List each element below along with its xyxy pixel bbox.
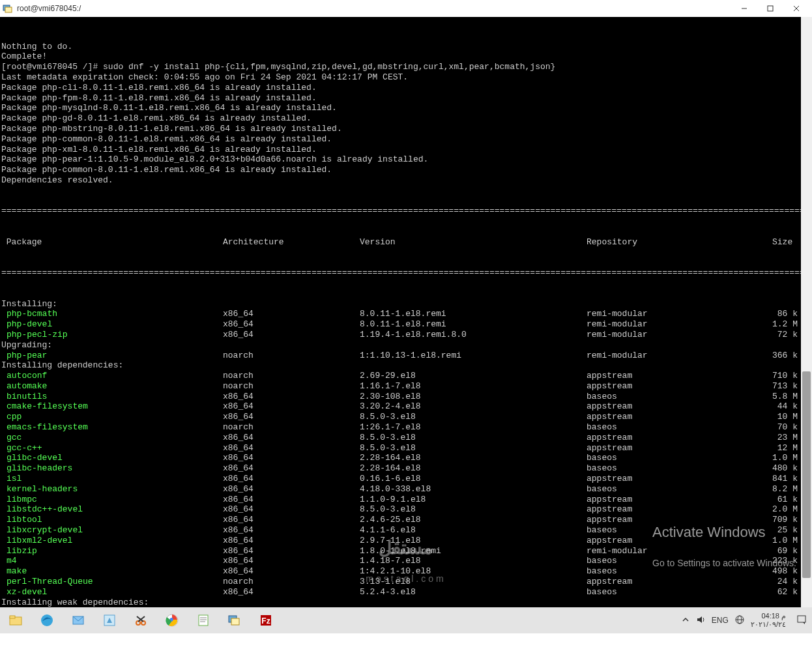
svg-rect-19 [199, 615, 208, 626]
pkg-arch: noarch [223, 577, 360, 587]
pkg-repo: appstream [587, 443, 759, 454]
pkg-name: xz-devel [1, 587, 223, 598]
pkg-version: 2.69-29.el8 [360, 371, 587, 381]
terminal-line: Package php-xml-8.0.11-1.el8.remi.x86_64… [1, 145, 812, 155]
pkg-name: perl-Thread-Queue [1, 577, 223, 587]
pkg-repo: appstream [587, 433, 759, 443]
svg-rect-1 [5, 7, 12, 12]
language-indicator[interactable]: ENG [712, 616, 729, 625]
pkg-version: 1.19.4-1.el8.remi.8.0 [360, 330, 587, 340]
pkg-repo: baseos [587, 463, 759, 474]
svg-rect-7 [10, 616, 15, 618]
scrollbar-thumb[interactable] [802, 371, 811, 578]
pkg-name: m4 [1, 556, 223, 566]
pkg-arch: x86_64 [223, 309, 360, 319]
maximize-button[interactable] [757, 0, 783, 17]
pkg-version: 2.28-164.el8 [360, 453, 587, 463]
window-titlebar: root@vmi678045:/ [0, 0, 812, 17]
terminal-line: Package php-cli-8.0.11-1.el8.remi.x86_64… [1, 83, 812, 93]
pkg-version: 1.16.1-7.el8 [360, 381, 587, 392]
pkg-version: 8.5.0-3.el8 [360, 504, 587, 515]
pkg-name: libtool [1, 515, 223, 525]
speaker-icon[interactable] [696, 615, 705, 626]
pkg-version: 4.18.0-338.el8 [360, 484, 587, 495]
file-explorer-icon[interactable] [0, 607, 31, 633]
pkg-arch: x86_64 [223, 525, 360, 536]
table-row: automakenoarch1.16.1-7.el8appstream713 k [1, 381, 812, 392]
svg-rect-3 [768, 6, 773, 11]
clock-time: 04:18 م [751, 612, 786, 620]
pkg-version: 8.5.0-3.el8 [360, 433, 587, 443]
snipping-icon[interactable] [125, 607, 156, 633]
section-label: Installing dependencies: [1, 360, 812, 371]
table-row: libmpcx86_641.1.0-9.1.el8appstream61 k [1, 495, 812, 505]
svg-text:Fz: Fz [261, 616, 270, 626]
minimize-button[interactable] [731, 0, 757, 17]
col-version: Version [360, 237, 587, 248]
pkg-version: 8.0.11-1.el8.remi [360, 309, 587, 319]
pkg-arch: noarch [223, 381, 360, 392]
pkg-repo: remi-modular [587, 330, 759, 340]
pkg-repo: baseos [587, 453, 759, 463]
mail-icon[interactable] [63, 607, 94, 633]
pkg-repo: remi-modular [587, 309, 759, 319]
pkg-name: isl [1, 474, 223, 484]
terminal-line: Package php-pear-1:1.10.5-9.module_el8.2… [1, 154, 812, 165]
table-row: php-bcmathx86_648.0.11-1.el8.remiremi-mo… [1, 309, 812, 319]
pkg-arch: noarch [223, 371, 360, 381]
notepad-icon[interactable] [188, 607, 219, 633]
pkg-version: 1:26.1-7.el8 [360, 422, 587, 433]
pkg-arch: x86_64 [223, 587, 360, 598]
edge-icon[interactable] [31, 607, 63, 633]
pkg-name: php-pear [1, 351, 223, 361]
terminal-line: Package php-gd-8.0.11-1.el8.remi.x86_64 … [1, 113, 812, 124]
section-label: Installing: [1, 299, 812, 310]
pkg-arch: x86_64 [223, 536, 360, 546]
col-repo: Repository [587, 237, 759, 248]
table-row: kernel-headersx86_644.18.0-338.el8baseos… [1, 484, 812, 495]
pkg-arch: x86_64 [223, 401, 360, 412]
pkg-name: php-devel [1, 319, 223, 330]
table-row: glibc-headersx86_642.28-164.el8baseos480… [1, 463, 812, 474]
separator-line: ========================================… [1, 268, 812, 278]
close-button[interactable] [783, 0, 809, 17]
pkg-arch: x86_64 [223, 392, 360, 402]
windows-taskbar: Fz ENG 04:18 م ٢٠٢١/٠٩/٢٤ [0, 607, 812, 633]
activate-heading: Activate Windows [652, 527, 796, 538]
terminal-pane[interactable]: Nothing to do.Complete![root@vmi678045 /… [0, 17, 812, 607]
svg-rect-24 [231, 618, 239, 625]
table-header: Package Architecture Version Repository … [1, 237, 812, 248]
network-icon[interactable] [735, 615, 744, 626]
terminal-scrollbar[interactable] [801, 17, 812, 607]
terminal-line: Package php-fpm-8.0.11-1.el8.remi.x86_64… [1, 93, 812, 104]
pkg-arch: x86_64 [223, 433, 360, 443]
table-row: glibc-develx86_642.28-164.el8baseos1.0 M [1, 453, 812, 463]
table-row: php-pearnoarch1:1.10.13-1.el8.remiremi-m… [1, 351, 812, 361]
pkg-name: php-pecl-zip [1, 330, 223, 340]
notification-icon[interactable] [796, 614, 807, 627]
filezilla-icon[interactable]: Fz [250, 607, 282, 633]
pkg-arch: x86_64 [223, 515, 360, 525]
pkg-arch: x86_64 [223, 412, 360, 422]
terminal-line: Package php-common-8.0.11-1.el8.remi.x86… [1, 134, 812, 145]
pkg-arch: x86_64 [223, 484, 360, 495]
chrome-icon[interactable] [156, 607, 188, 633]
pkg-arch: x86_64 [223, 556, 360, 566]
pkg-arch: x86_64 [223, 495, 360, 505]
tray-chevron-icon[interactable] [682, 616, 689, 626]
terminal-line: Dependencies resolved. [1, 175, 812, 186]
pkg-name: cpp [1, 412, 223, 422]
putty-taskbar-icon[interactable] [219, 607, 250, 633]
pkg-version: 0.16.1-6.el8 [360, 474, 587, 484]
pkg-name: libxcrypt-devel [1, 525, 223, 536]
terminal-line: Complete! [1, 51, 812, 62]
pkg-arch: x86_64 [223, 504, 360, 515]
taskbar-clock[interactable]: 04:18 م ٢٠٢١/٠٩/٢٤ [751, 612, 790, 629]
pkg-repo: appstream [587, 381, 759, 392]
pkg-name: php-bcmath [1, 309, 223, 319]
app-icon[interactable] [94, 607, 125, 633]
table-row: php-develx86_648.0.11-1.el8.remiremi-mod… [1, 319, 812, 330]
terminal-line: [root@vmi678045 /]# sudo dnf -y install … [1, 62, 812, 72]
terminal-line: Package php-mbstring-8.0.11-1.el8.remi.x… [1, 124, 812, 134]
windows-activation-watermark: Activate Windows Go to Settings to activ… [652, 507, 796, 589]
